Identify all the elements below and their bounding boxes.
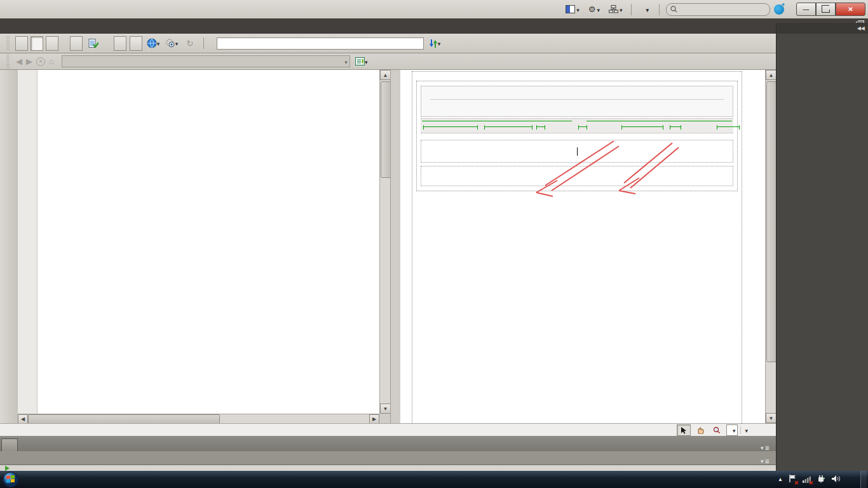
status-bar xyxy=(0,423,776,436)
zoom-tool-button[interactable] xyxy=(710,424,724,436)
address-input[interactable] xyxy=(62,55,350,67)
results-panel-tabs xyxy=(0,451,776,464)
browser-nav-bar: ◀ ▶ ✕ ⌂ xyxy=(0,53,776,70)
split-view-button[interactable] xyxy=(31,36,43,51)
refresh-design-view-button[interactable]: ↻ xyxy=(182,36,198,51)
visual-aids-button[interactable] xyxy=(164,36,179,51)
home-icon[interactable]: ⌂ xyxy=(49,57,54,66)
scroll-down-icon[interactable]: ▼ xyxy=(380,403,391,414)
discounts-placeholder-cell[interactable] xyxy=(421,166,733,186)
network-icon[interactable]: ✕ xyxy=(803,475,811,485)
email-template-outer-table xyxy=(412,71,742,423)
search-icon xyxy=(670,6,677,13)
scroll-right-icon[interactable]: ▶ xyxy=(369,414,379,424)
volume-icon[interactable] xyxy=(831,475,840,485)
layout-switcher-button[interactable] xyxy=(563,4,582,15)
safely-remove-hardware-icon[interactable] xyxy=(817,474,825,485)
check-page-icon xyxy=(88,39,98,48)
panel-dock xyxy=(776,23,868,471)
products-placeholder-cell[interactable] xyxy=(421,140,733,163)
email-template-inner-table xyxy=(416,81,738,191)
site-icon xyxy=(609,5,618,13)
window-size-select[interactable] xyxy=(740,426,752,434)
back-icon[interactable]: ◀ xyxy=(16,57,22,66)
inspect-button[interactable] xyxy=(130,36,142,51)
panel-menu-icon[interactable] xyxy=(761,458,776,464)
gear-icon: ⚙ xyxy=(588,4,596,14)
live-view-button[interactable] xyxy=(114,36,126,51)
windows-taskbar: ▲ ✕ ✕ xyxy=(0,471,868,488)
design-view-button[interactable] xyxy=(46,36,58,51)
magnification-select[interactable] xyxy=(726,424,738,436)
table-width-line xyxy=(587,121,732,121)
select-tool-button[interactable] xyxy=(677,424,691,436)
hidden-icons-button[interactable]: ▲ xyxy=(778,477,783,482)
action-center-icon[interactable]: ✕ xyxy=(789,474,797,485)
design-scroll-thumb[interactable] xyxy=(766,81,776,362)
stop-icon[interactable]: ✕ xyxy=(36,57,45,66)
list-options-icon xyxy=(355,57,365,65)
site-menu-button[interactable] xyxy=(606,4,625,15)
extend-dreamweaver-button[interactable]: ⚙ xyxy=(586,3,602,15)
windows-start-icon xyxy=(3,471,19,488)
code-view[interactable] xyxy=(18,70,379,414)
refresh-icon: ↻ xyxy=(187,39,194,48)
code-hscroll-thumb[interactable] xyxy=(28,414,220,424)
line-number-gutter xyxy=(18,70,37,414)
column-width-marker xyxy=(484,126,532,127)
code-scrollbar[interactable]: ▲ ▼ xyxy=(379,70,391,414)
file-management-button[interactable] xyxy=(427,36,442,51)
split-view-divider[interactable] xyxy=(390,70,401,423)
window-controls: — ✕ xyxy=(796,3,865,16)
live-code-button[interactable] xyxy=(70,36,83,51)
text-caret xyxy=(577,147,578,156)
cs-live-icon xyxy=(774,4,784,15)
toolbar-grip xyxy=(6,36,10,50)
status-tools xyxy=(677,424,776,436)
order-details-heading[interactable] xyxy=(430,93,724,100)
code-hscrollbar[interactable]: ◀ ▶ xyxy=(18,414,379,424)
code-scroll-thumb[interactable] xyxy=(381,81,391,178)
column-width-marker xyxy=(536,126,545,127)
order-details-header-card[interactable] xyxy=(421,86,733,117)
properties-panel-bar xyxy=(0,436,776,451)
column-width-marker xyxy=(670,126,681,127)
globe-icon xyxy=(147,38,157,48)
table-width-line xyxy=(422,121,572,121)
start-button[interactable] xyxy=(0,471,22,488)
search-input[interactable] xyxy=(680,5,752,14)
workspace-switcher[interactable] xyxy=(638,4,653,15)
column-width-marker xyxy=(621,126,663,127)
cs-live-button[interactable] xyxy=(774,4,787,15)
search-box[interactable] xyxy=(666,3,770,16)
panel-menu-icon[interactable] xyxy=(761,445,776,451)
scroll-up-icon[interactable]: ▲ xyxy=(380,70,391,80)
check-browser-compat-button[interactable] xyxy=(86,36,101,51)
show-desktop-button[interactable] xyxy=(860,471,867,488)
run-search-icon[interactable] xyxy=(5,466,10,471)
hand-tool-button[interactable] xyxy=(693,424,707,436)
scroll-up-icon[interactable]: ▲ xyxy=(766,70,776,80)
design-scrollbar[interactable]: ▲ ▼ xyxy=(765,70,776,423)
view-options-button[interactable] xyxy=(354,54,369,69)
collapse-panels-icon[interactable] xyxy=(776,23,868,34)
table-width-bar[interactable] xyxy=(421,118,733,133)
close-button[interactable]: ✕ xyxy=(836,3,865,16)
preview-in-browser-button[interactable] xyxy=(146,36,161,51)
minimize-button[interactable]: — xyxy=(796,3,816,16)
scroll-down-icon[interactable]: ▼ xyxy=(766,413,776,423)
code-view-button[interactable] xyxy=(15,36,28,51)
properties-tab[interactable] xyxy=(1,438,18,451)
design-view[interactable] xyxy=(400,70,765,423)
menu-bar: ⚙ — ✕ xyxy=(0,0,868,19)
system-tray: ▲ ✕ ✕ xyxy=(772,471,868,488)
title-input[interactable] xyxy=(217,37,424,50)
scroll-left-icon[interactable]: ◀ xyxy=(18,414,28,424)
menubar-right: ⚙ — ✕ xyxy=(563,3,868,16)
column-width-marker xyxy=(423,126,478,127)
dreamweaver-window: ⚙ — ✕ xyxy=(0,0,868,488)
restore-button[interactable] xyxy=(816,3,836,16)
hand-icon xyxy=(696,426,704,434)
addressbar-grip xyxy=(6,55,10,69)
forward-icon[interactable]: ▶ xyxy=(26,57,32,66)
